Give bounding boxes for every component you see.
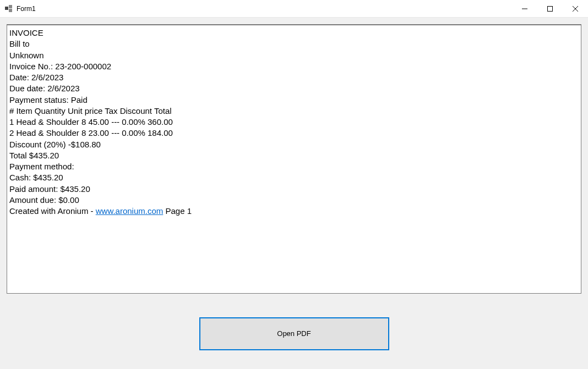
client-area: INVOICE Bill to Unknown Invoice No.: 23-…: [0, 18, 588, 369]
minimize-button[interactable]: [512, 0, 537, 17]
table-row: 1 Head & Shoulder 8 45.00 --- 0.00% 360.…: [9, 117, 579, 128]
footer-suffix: Page 1: [163, 206, 192, 216]
button-area: Open PDF: [7, 294, 581, 362]
total-line: Total $435.20: [9, 150, 579, 161]
svg-rect-0: [5, 7, 8, 10]
invoice-due-date: Due date: 2/6/2023: [9, 83, 579, 94]
aronium-link[interactable]: www.aronium.com: [96, 206, 164, 216]
bill-to-label: Bill to: [9, 38, 579, 49]
app-window: Form1 INVOICE Bill to Unknown Invoice No…: [0, 0, 588, 369]
svg-rect-2: [9, 9, 12, 12]
titlebar: Form1: [0, 0, 588, 18]
window-title: Form1: [17, 5, 512, 13]
payment-method: Payment method:: [9, 161, 579, 172]
payment-status: Payment status: Paid: [9, 95, 579, 106]
amount-due-line: Amount due: $0.00: [9, 195, 579, 206]
app-icon: [4, 4, 13, 13]
open-pdf-button[interactable]: Open PDF: [199, 317, 389, 350]
cash-line: Cash: $435.20: [9, 172, 579, 183]
close-button[interactable]: [563, 0, 588, 17]
footer-prefix: Created with Aronium -: [9, 206, 96, 216]
paid-amount-line: Paid amount: $435.20: [9, 184, 579, 195]
maximize-button[interactable]: [537, 0, 563, 17]
invoice-date: Date: 2/6/2023: [9, 72, 579, 83]
bill-to-name: Unknown: [9, 50, 579, 61]
invoice-text-box[interactable]: INVOICE Bill to Unknown Invoice No.: 23-…: [7, 24, 581, 294]
svg-rect-1: [9, 5, 12, 8]
invoice-header: INVOICE: [9, 27, 579, 38]
discount-line: Discount (20%) -$108.80: [9, 139, 579, 150]
table-header: # Item Quantity Unit price Tax Discount …: [9, 106, 579, 117]
footer-line: Created with Aronium - www.aronium.com P…: [9, 206, 579, 217]
window-controls: [512, 0, 588, 17]
invoice-no: Invoice No.: 23-200-000002: [9, 61, 579, 72]
table-row: 2 Head & Shoulder 8 23.00 --- 0.00% 184.…: [9, 128, 579, 139]
svg-rect-4: [548, 6, 553, 11]
